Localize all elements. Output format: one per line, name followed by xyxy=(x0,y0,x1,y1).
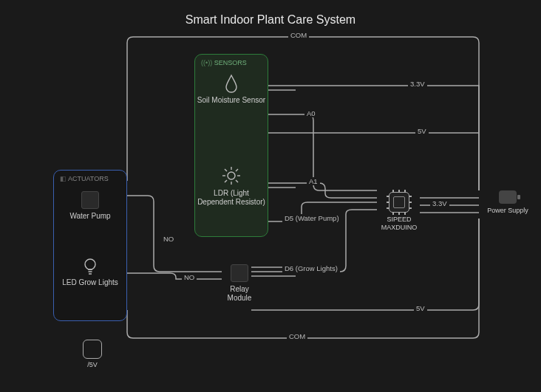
svg-point-0 xyxy=(85,259,95,269)
microcontroller: SIPEED MAXDUINO xyxy=(377,192,421,232)
wire-no-2: NO xyxy=(182,273,197,281)
soil-moisture-sensor: Soil Moisture Sensor xyxy=(195,74,268,105)
wire-d6: D6 (Grow Lights) xyxy=(282,264,340,272)
wire-33v-chip: 3.3V xyxy=(430,199,449,207)
svg-line-7 xyxy=(236,180,238,182)
led-grow-lights: LED Grow Lights xyxy=(54,258,126,287)
wire-com-bottom: COM xyxy=(287,332,307,340)
chip-icon xyxy=(389,192,409,213)
sensors-group: ((•)) SENSORS Soil Moisture Sensor LDR (… xyxy=(194,54,268,237)
wire-a1: A1 xyxy=(307,177,320,185)
svg-line-6 xyxy=(225,169,227,171)
ldr-sensor: LDR (Light Dependent Resistor) xyxy=(195,165,268,207)
diagram-title: Smart Indoor Plant Care System xyxy=(186,13,355,27)
wire-a0: A0 xyxy=(304,109,318,117)
wire-5v-lower: 5V xyxy=(414,304,427,312)
svg-point-1 xyxy=(228,172,235,179)
pump-icon xyxy=(81,191,99,209)
wire-no-1: NO xyxy=(161,235,176,243)
orphan-icon xyxy=(83,340,102,359)
psu-icon xyxy=(499,190,517,204)
droplet-icon xyxy=(223,74,239,93)
orphan-5v: /5V xyxy=(83,340,102,368)
svg-line-8 xyxy=(225,180,227,182)
actuators-label: ◧ ACTUATORS xyxy=(60,175,109,182)
wire-5v-upper: 5V xyxy=(415,127,429,135)
power-supply: Power Supply xyxy=(482,190,534,215)
actuators-group: ◧ ACTUATORS Water Pump LED Grow Lights xyxy=(53,170,127,321)
bulb-icon xyxy=(82,258,98,275)
wire-33v-top: 3.3V xyxy=(408,80,427,88)
wire-com-top: COM xyxy=(288,31,309,39)
relay-icon xyxy=(231,264,248,282)
svg-line-9 xyxy=(236,169,238,171)
sun-icon xyxy=(221,165,242,186)
water-pump: Water Pump xyxy=(54,191,126,221)
wire-d5: D5 (Water Pump) xyxy=(282,214,341,222)
sensors-label: ((•)) SENSORS xyxy=(201,59,247,66)
relay-module: Relay Module xyxy=(217,264,262,303)
